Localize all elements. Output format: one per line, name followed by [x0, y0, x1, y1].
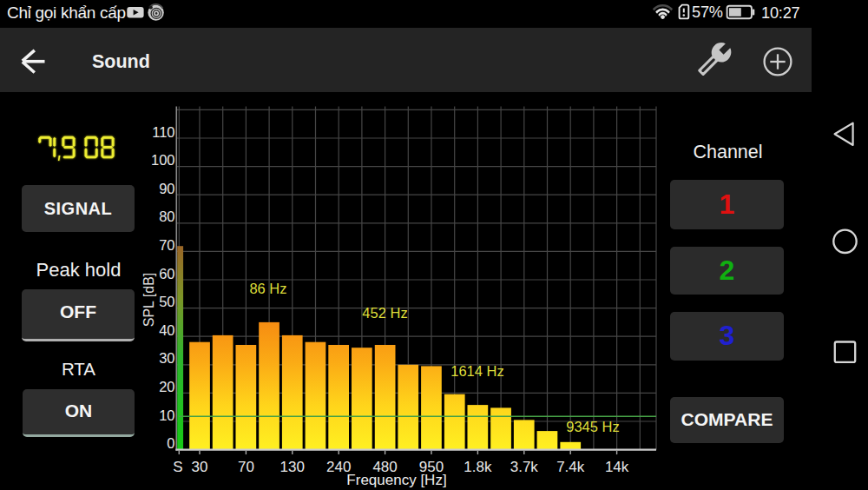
svg-text:130: 130 [280, 459, 305, 475]
svg-text:1614 Hz: 1614 Hz [450, 363, 503, 379]
svg-text:57%: 57% [692, 3, 723, 21]
svg-text:20: 20 [159, 379, 174, 394]
svg-text:1.8k: 1.8k [464, 459, 492, 475]
svg-text:40: 40 [159, 322, 174, 338]
svg-text:10: 10 [159, 407, 174, 423]
svg-text:86 Hz: 86 Hz [249, 281, 286, 296]
svg-text:90: 90 [159, 181, 174, 196]
svg-text:60: 60 [159, 266, 174, 281]
svg-text:SPL [dB]: SPL [dB] [141, 273, 156, 328]
svg-text:Chỉ gọi khẩn cấp: Chỉ gọi khẩn cấp [7, 3, 126, 22]
svg-text:110: 110 [152, 124, 174, 140]
svg-text:50: 50 [159, 294, 174, 309]
svg-text:Frequency [Hz]: Frequency [Hz] [346, 472, 446, 488]
svg-text:7.4k: 7.4k [556, 459, 585, 475]
svg-text:100: 100 [151, 152, 175, 168]
svg-text:0: 0 [167, 435, 174, 451]
svg-text:10:27: 10:27 [761, 4, 800, 22]
svg-text:80: 80 [159, 209, 174, 224]
svg-text:14k: 14k [605, 459, 629, 475]
svg-text:S: S [173, 459, 182, 475]
svg-text:3.7k: 3.7k [510, 459, 539, 475]
svg-text:70: 70 [238, 459, 254, 475]
svg-text:30: 30 [159, 350, 174, 366]
svg-text:9345 Hz: 9345 Hz [566, 419, 619, 434]
svg-text:452 Hz: 452 Hz [362, 305, 407, 321]
svg-text:70: 70 [159, 237, 174, 253]
svg-text:30: 30 [192, 459, 208, 475]
